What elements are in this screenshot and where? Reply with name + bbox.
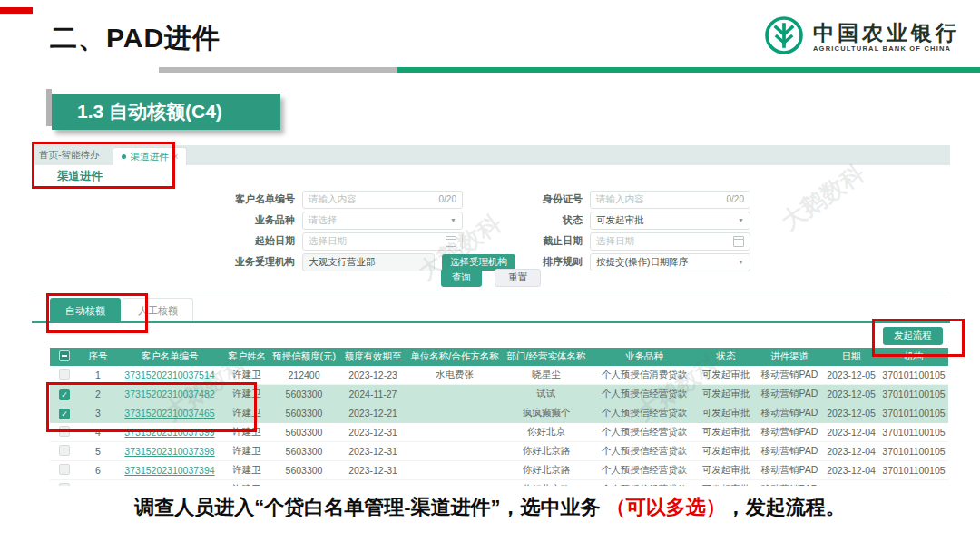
cell-channel: 移动营销PAD <box>756 483 823 486</box>
sort-rule-value: 按提交(操作)日期降序 <box>596 256 689 269</box>
cell-org: 370101100105 <box>879 427 948 438</box>
customer-list-no-input[interactable]: 请输入内容 0/20 <box>302 191 463 209</box>
cell-seq: 7 <box>79 484 117 486</box>
customer-id-link[interactable]: 37315202310037394 <box>117 484 222 486</box>
cell-product: 个人预授信经营贷款 <box>593 483 696 486</box>
cell-date: 2023-12-05 <box>823 389 879 399</box>
placeholder: 请输入内容 <box>596 193 644 206</box>
field-end-date: 截止日期 选择日期 <box>496 232 787 250</box>
field-label: 身份证号 <box>496 192 590 206</box>
bank-logo: 中国农业银行 AGRICULTURAL BANK OF CHINA <box>763 15 960 60</box>
cell-unit: 水电费张 <box>409 369 500 381</box>
customer-id-link[interactable]: 37315202310037465 <box>117 408 222 419</box>
placeholder: 请输入内容 <box>309 193 357 206</box>
cell-channel: 移动营销PAD <box>756 464 823 477</box>
table-row[interactable]: ✓237315202310037482许建卫56033002024-11-27试… <box>50 385 948 404</box>
abc-wheat-icon <box>763 15 805 60</box>
cell-valid: 2023-12-31 <box>337 427 409 438</box>
row-checkbox[interactable]: ✓ <box>59 409 70 419</box>
cell-name: 许建卫 <box>222 407 271 419</box>
end-date-input[interactable]: 选择日期 <box>590 232 750 251</box>
launch-process-button[interactable]: 发起流程 <box>883 327 943 345</box>
cell-dept: 疯疯癫癫个 <box>500 407 593 419</box>
row-checkbox[interactable]: ✓ <box>59 389 70 400</box>
cell-status: 可发起审批 <box>696 407 756 419</box>
cell-seq: 1 <box>79 370 117 380</box>
field-label: 业务受理机构 <box>200 255 302 269</box>
close-icon[interactable]: × <box>173 152 179 162</box>
placeholder: 请选择 <box>309 214 338 227</box>
column-header: 客户名单编号 <box>117 350 222 363</box>
reset-button[interactable]: 重置 <box>495 269 541 287</box>
row-checkbox[interactable] <box>59 483 70 486</box>
select-all-cell <box>50 350 79 363</box>
cell-status: 可发起审批 <box>696 464 756 477</box>
placeholder: 选择日期 <box>309 235 347 248</box>
row-checkbox[interactable] <box>59 445 70 456</box>
customer-id-link[interactable]: 37315202310037399 <box>117 427 222 438</box>
row-checkbox[interactable] <box>59 426 70 437</box>
column-header: 部门/经营实体名称 <box>500 350 593 363</box>
table-header: 序号客户名单编号客户姓名预授信额度(元)额度有效期至单位名称/合作方名称部门/经… <box>50 348 948 366</box>
cell-valid: 2024-11-27 <box>337 389 409 399</box>
cell-org: 370101100105 <box>879 484 948 486</box>
cell-name: 许建卫 <box>222 369 271 381</box>
cell-dept: 你好北京路 <box>500 445 593 458</box>
select-all-checkbox[interactable] <box>59 350 70 361</box>
customer-id-link[interactable]: 37315202310037514 <box>117 370 222 380</box>
table-body: 137315202310037514许建卫2124002023-12-23水电费… <box>50 366 948 486</box>
title-underline-green <box>397 67 980 73</box>
cell-product: 个人预授信消费贷款 <box>593 369 696 381</box>
breadcrumb[interactable]: 首页-智能待办 <box>39 149 100 162</box>
tab-auto-quota[interactable]: 自动核额 <box>50 298 121 322</box>
cell-name: 许建卫 <box>222 483 271 486</box>
cell-amount: 212400 <box>271 370 337 380</box>
tab-manual-quota[interactable]: 人工核额 <box>122 298 193 322</box>
customer-id-link[interactable]: 37315202310037482 <box>117 389 222 399</box>
tabs-rule <box>32 321 950 323</box>
column-header: 日期 <box>823 350 879 363</box>
table-row[interactable]: 137315202310037514许建卫2124002023-12-23水电费… <box>50 366 948 385</box>
cell-product: 个人预授信经营贷款 <box>593 445 696 458</box>
business-type-select[interactable]: 请选择 ▼ <box>302 212 463 230</box>
tab-channel-intake[interactable]: 渠道进件 × <box>113 147 188 165</box>
field-label: 起始日期 <box>200 234 302 248</box>
row-checkbox[interactable] <box>59 369 70 380</box>
app-screenshot: 首页-智能待办 渠道进件 × 渠道进件 客户名单编号 请输入内容 0/20 业务… <box>32 145 950 487</box>
status-select[interactable]: 可发起审批 ▼ <box>590 212 750 230</box>
chevron-down-icon: ▼ <box>738 259 744 265</box>
chevron-down-icon: ▼ <box>738 217 744 223</box>
table-row[interactable]: 637315202310037394许建卫56033002023-12-31你好… <box>50 461 948 480</box>
checkbox-cell: ✓ <box>50 389 79 400</box>
table-row[interactable]: ✓337315202310037465许建卫56033002023-12-21疯… <box>50 404 948 423</box>
field-label: 业务品种 <box>200 213 302 227</box>
tab-label: 渠道进件 <box>131 151 169 163</box>
page-title: 渠道进件 <box>57 169 103 184</box>
cell-seq: 2 <box>79 389 117 399</box>
results-table: 序号客户名单编号客户姓名预授信额度(元)额度有效期至单位名称/合作方名称部门/经… <box>50 348 948 486</box>
breadcrumb-bar: 首页-智能待办 渠道进件 × <box>32 145 950 165</box>
table-row[interactable]: 437315202310037399许建卫56033002023-12-31你好… <box>50 423 948 442</box>
field-label: 截止日期 <box>496 234 590 248</box>
customer-id-link[interactable]: 37315202310037394 <box>117 465 222 476</box>
char-counter: 0/20 <box>439 194 456 204</box>
customer-id-link[interactable]: 37315202310037398 <box>117 446 222 457</box>
id-number-input[interactable]: 请输入内容 0/20 <box>590 191 750 209</box>
field-business-type: 业务品种 请选择 ▼ <box>200 212 508 229</box>
caption: 调查人员进入“个贷白名单管理-渠道进件”，选中业务 （可以多选），发起流程。 <box>0 494 980 521</box>
column-header: 客户姓名 <box>222 350 271 363</box>
field-label: 排序规则 <box>496 255 590 269</box>
placeholder: 选择日期 <box>596 235 634 248</box>
cell-valid: 2023-12-31 <box>337 484 409 486</box>
search-button[interactable]: 查询 <box>441 269 482 287</box>
column-header: 状态 <box>696 350 756 363</box>
cell-name: 许建卫 <box>222 388 271 400</box>
start-date-input[interactable]: 选择日期 <box>302 232 463 251</box>
table-row[interactable]: 737315202310037394许建卫56033002023-12-31你好… <box>50 480 948 486</box>
table-row[interactable]: 537315202310037398许建卫56033002023-12-31你好… <box>50 442 948 461</box>
cell-channel: 移动营销PAD <box>756 388 823 400</box>
cell-seq: 3 <box>79 408 117 419</box>
cell-org: 370101100105 <box>879 408 948 419</box>
section-divider <box>32 291 950 291</box>
row-checkbox[interactable] <box>59 464 70 475</box>
